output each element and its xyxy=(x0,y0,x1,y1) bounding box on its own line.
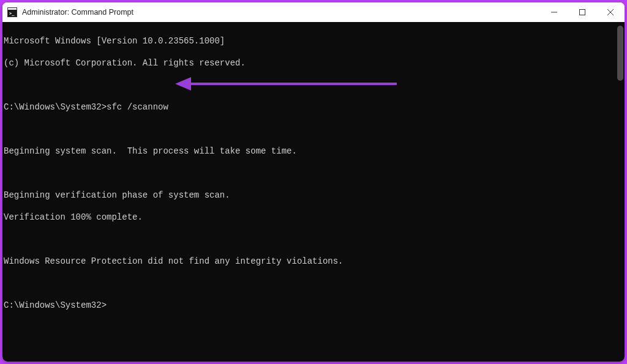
svg-rect-1 xyxy=(8,8,17,10)
output-line: Beginning verification phase of system s… xyxy=(4,190,623,201)
output-line xyxy=(4,278,623,289)
terminal-output: Microsoft Windows [Version 10.0.23565.10… xyxy=(2,22,625,335)
window-title: Administrator: Command Prompt xyxy=(22,8,133,17)
output-line: (c) Microsoft Corporation. All rights re… xyxy=(4,58,623,69)
output-line: Microsoft Windows [Version 10.0.23565.10… xyxy=(4,35,623,46)
output-line: Verification 100% complete. xyxy=(4,212,623,223)
svg-rect-4 xyxy=(580,10,585,15)
command-prompt-window: >_ Administrator: Command Prompt Microso… xyxy=(2,2,625,362)
output-line xyxy=(4,124,623,135)
output-line: Beginning system scan. This process will… xyxy=(4,146,623,157)
scrollbar-thumb[interactable] xyxy=(617,26,623,81)
svg-text:>_: >_ xyxy=(9,11,15,16)
prompt-command: sfc /scannow xyxy=(107,102,168,113)
output-line: Windows Resource Protection did not find… xyxy=(4,256,623,267)
output-line xyxy=(4,80,623,91)
output-line xyxy=(4,234,623,245)
output-line xyxy=(4,168,623,179)
titlebar[interactable]: >_ Administrator: Command Prompt xyxy=(2,2,625,22)
terminal-area[interactable]: Microsoft Windows [Version 10.0.23565.10… xyxy=(2,22,625,362)
minimize-button[interactable] xyxy=(540,2,568,22)
prompt-path: C:\Windows\System32> xyxy=(4,102,107,113)
cmd-icon: >_ xyxy=(7,7,17,17)
prompt-line: C:\Windows\System32>sfc /scannow xyxy=(4,102,623,113)
window-controls xyxy=(540,2,625,22)
close-button[interactable] xyxy=(596,2,625,22)
maximize-button[interactable] xyxy=(568,2,596,22)
prompt-line: C:\Windows\System32> xyxy=(4,300,623,311)
